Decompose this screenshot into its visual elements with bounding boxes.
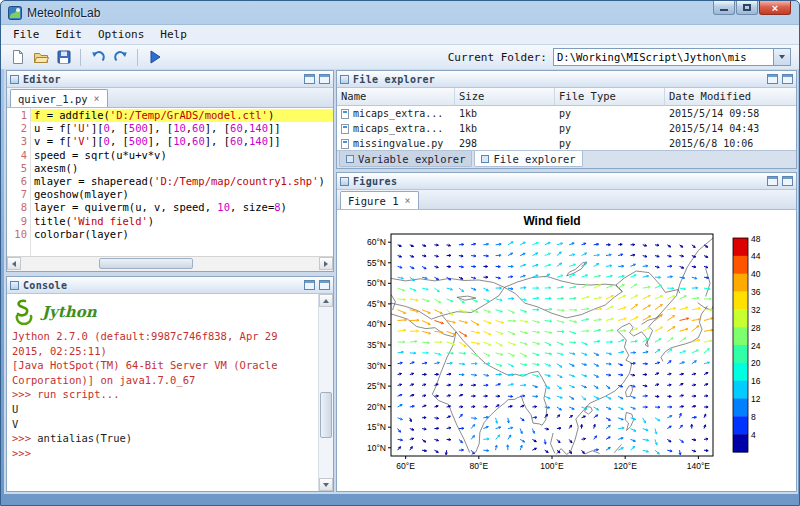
editor-code[interactable]: f = addfile('D:/Temp/GrADS/model.ctl')u …	[31, 108, 333, 256]
code-token: 140	[249, 122, 268, 134]
cell-date-modified: 2015/5/14 09:58	[665, 106, 796, 121]
console-vscrollbar[interactable]	[318, 294, 333, 491]
cell-date-modified: 2015/6/8 10:06	[665, 136, 796, 150]
close-button[interactable]: ×	[759, 1, 791, 15]
menu-item-help[interactable]: Help	[152, 26, 195, 43]
meteoinfolab-window: MeteoInfoLab × FileEditOptionsHelp	[0, 0, 800, 506]
column-header-file-type[interactable]: File Type	[555, 88, 665, 105]
menu-item-file[interactable]: File	[5, 26, 48, 43]
jython-logo	[12, 299, 36, 325]
code-token: 'U'	[72, 122, 91, 134]
redo-button[interactable]	[109, 46, 132, 68]
cell-name: micaps_extra...	[337, 106, 455, 121]
toolbar: Current Folder: D:\Working\MIScript\Jyth…	[1, 45, 799, 70]
figure-canvas: Wind field60°E80°E100°E120°E140°E10°N15°…	[337, 210, 796, 491]
line-number: 6	[7, 175, 27, 188]
code-token: 10	[217, 201, 230, 213]
scroll-up-button[interactable]	[319, 294, 333, 307]
titlebar[interactable]: MeteoInfoLab ×	[1, 1, 799, 24]
current-folder-combobox[interactable]: D:\Working\MIScript\Jython\mis	[553, 48, 791, 66]
table-row[interactable]: micaps_extra...1kbpy2015/5/14 09:58	[337, 106, 796, 121]
maximize-panel-icon[interactable]	[782, 176, 793, 186]
menu-item-edit[interactable]: Edit	[48, 26, 91, 43]
svg-text:55°N: 55°N	[367, 258, 386, 268]
console-text: >>>	[12, 447, 31, 459]
tab-label: Variable explorer	[358, 153, 465, 165]
py-file-icon	[341, 139, 349, 149]
new-script-button[interactable]	[6, 46, 29, 68]
float-panel-icon[interactable]	[767, 74, 778, 84]
console-output[interactable]: Jython Jython 2.7.0 (default:9987c746f83…	[7, 294, 333, 491]
tab-variable-explorer[interactable]: Variable explorer	[339, 151, 472, 167]
code-token: ], [	[205, 135, 230, 147]
toolbar-separator	[80, 49, 81, 66]
app-icon	[8, 6, 22, 20]
run-script-button[interactable]	[143, 46, 166, 68]
jython-banner: Jython	[12, 298, 313, 325]
close-tab-icon[interactable]: ×	[94, 93, 100, 104]
hscroll-thumb[interactable]	[99, 258, 193, 269]
tab-figure-1[interactable]: Figure 1 ×	[340, 191, 419, 209]
code-token: mlayer = shaperead(	[34, 175, 154, 187]
scroll-right-button[interactable]	[319, 257, 333, 270]
column-header-name[interactable]: Name	[337, 88, 455, 105]
wind-field-figure: Wind field60°E80°E100°E120°E140°E10°N15°…	[337, 210, 796, 491]
code-line: u = f['U'][0, [500], [10,60], [60,140]]	[31, 122, 333, 135]
close-tab-icon[interactable]: ×	[405, 195, 411, 206]
current-folder-value: D:\Working\MIScript\Jython\mis	[554, 51, 773, 63]
explorer-tabs: Variable explorerFile explorer	[337, 150, 796, 168]
open-file-button[interactable]	[29, 46, 52, 68]
maximize-panel-icon[interactable]	[782, 74, 793, 84]
console-text: Jython 2.7.0 (default:9987c746f838, Apr …	[12, 330, 278, 342]
line-number: 7	[7, 188, 27, 201]
svg-text:35°N: 35°N	[367, 340, 386, 350]
maximize-button[interactable]	[736, 1, 758, 15]
minimize-button[interactable]	[713, 1, 735, 15]
code-editor[interactable]: 12345678910 f = addfile('D:/Temp/GrADS/m…	[7, 108, 333, 256]
svg-text:80°E: 80°E	[470, 461, 489, 471]
console-text: >>>	[12, 432, 37, 444]
editor-tabstrip: quiver_1.py ×	[7, 88, 333, 108]
maximize-panel-icon[interactable]	[319, 280, 330, 290]
table-row[interactable]: missingvalue.py298py2015/6/8 10:06	[337, 136, 796, 150]
code-token: title(	[34, 215, 72, 227]
file-table-header: NameSizeFile TypeDate Modified	[337, 88, 796, 106]
triangle-down-icon	[323, 483, 329, 487]
scroll-left-button[interactable]	[7, 257, 21, 270]
code-token: 10	[173, 122, 186, 134]
undo-button[interactable]	[86, 46, 109, 68]
vscroll-thumb[interactable]	[320, 392, 332, 438]
float-panel-icon[interactable]	[304, 280, 315, 290]
editor-panel: Editor quiver_1.py × 12345678910 f = add…	[6, 70, 334, 272]
svg-text:20°N: 20°N	[367, 402, 386, 412]
float-panel-icon[interactable]	[767, 176, 778, 186]
window-controls: ×	[713, 1, 791, 15]
panel-icon	[340, 75, 349, 84]
menu-item-options[interactable]: Options	[90, 26, 152, 43]
column-header-date-modified[interactable]: Date Modified	[665, 88, 796, 105]
line-number: 2	[7, 122, 27, 135]
current-folder-label: Current Folder:	[448, 51, 547, 64]
code-token: colorbar(layer)	[34, 228, 129, 240]
tab-quiver-1-py[interactable]: quiver_1.py ×	[10, 89, 108, 107]
float-panel-icon[interactable]	[304, 74, 315, 84]
cell-name: missingvalue.py	[337, 136, 455, 150]
editor-hscrollbar[interactable]	[7, 256, 333, 271]
jython-logo-text: Jython	[42, 303, 97, 321]
column-header-size[interactable]: Size	[455, 88, 555, 105]
cell-name: micaps_extra...	[337, 121, 455, 136]
svg-text:15°N: 15°N	[367, 422, 386, 432]
console-lines: Jython 2.7.0 (default:9987c746f838, Apr …	[12, 329, 313, 460]
scroll-down-button[interactable]	[319, 478, 333, 491]
tab-label: quiver_1.py	[18, 93, 88, 105]
code-token: , size=	[230, 201, 274, 213]
combobox-dropdown-button[interactable]	[773, 49, 790, 65]
cell-file-type: py	[555, 136, 665, 150]
maximize-panel-icon[interactable]	[319, 74, 330, 84]
table-row[interactable]: micaps_extra...1kbpy2015/5/14 04:43	[337, 121, 796, 136]
code-token: 500	[129, 135, 148, 147]
line-number: 4	[7, 149, 27, 162]
tab-file-explorer[interactable]: File explorer	[474, 151, 582, 167]
save-file-button[interactable]	[52, 46, 75, 68]
code-token: geoshow(mlayer)	[34, 188, 129, 200]
